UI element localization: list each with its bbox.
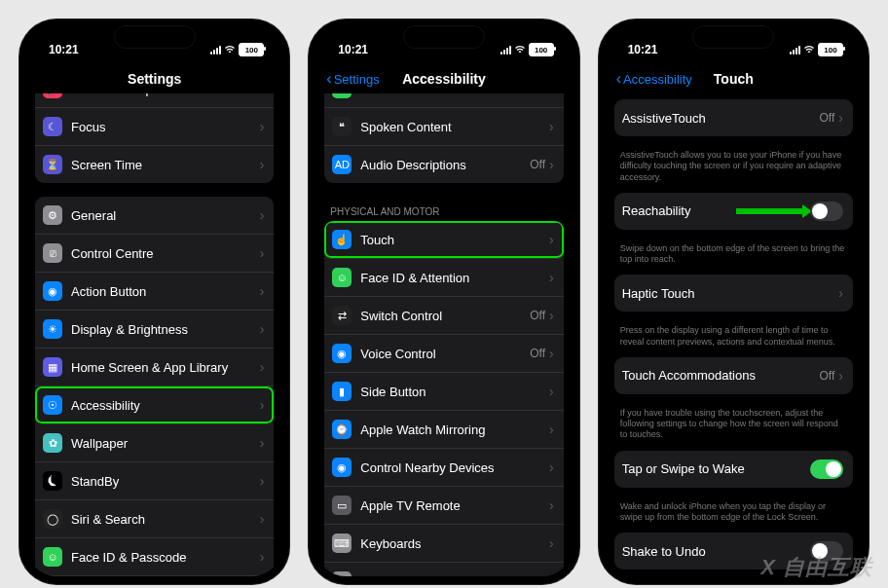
chevron-left-icon: ‹ <box>616 71 621 87</box>
watch-icon: ⌚ <box>332 420 352 439</box>
chevron-right-icon: › <box>838 368 843 384</box>
face-icon: ☺ <box>332 268 352 287</box>
faceid-icon: ☺ <box>43 547 62 567</box>
touch-row-shake-to-undo[interactable]: Shake to Undo <box>614 533 853 570</box>
accessibility-row-switch[interactable]: ⇄Switch ControlOff› <box>324 297 563 335</box>
accessibility-row-side[interactable]: ▮Side Button› <box>324 373 563 411</box>
accessibility-row-voice[interactable]: ◉Voice ControlOff› <box>324 335 563 373</box>
row-label: Shake to Undo <box>622 544 810 559</box>
touch-row-touch-accommodations[interactable]: Touch AccommodationsOff› <box>614 357 853 394</box>
row-label: Accessibility <box>71 398 260 413</box>
dynamic-island <box>114 25 196 49</box>
back-button[interactable]: ‹Settings <box>326 71 379 87</box>
section-footer: If you have trouble using the touchscree… <box>607 408 861 451</box>
tv-icon: ▭ <box>332 496 352 515</box>
row-label: Control Nearby Devices <box>360 460 549 475</box>
chevron-right-icon: › <box>260 435 265 451</box>
wifi-icon <box>224 44 236 55</box>
row-label: AssistiveTouch <box>622 111 820 126</box>
chevron-right-icon: › <box>838 285 843 301</box>
settings-row-faceid[interactable]: ☺Face ID & Passcode› <box>35 538 274 576</box>
chevron-right-icon: › <box>838 110 843 126</box>
accessibility-row-watch[interactable]: ⌚Apple Watch Mirroring› <box>324 411 563 449</box>
accessibility-row-airpods[interactable]: ◌AirPods› <box>324 563 563 576</box>
chevron-right-icon: › <box>549 384 554 399</box>
touch-row-assistivetouch[interactable]: AssistiveTouchOff› <box>614 99 853 136</box>
nav-bar: ‹Settings Accessibility <box>316 64 571 94</box>
touch-row-haptic-touch[interactable]: Haptic Touch› <box>614 275 853 312</box>
row-label: Switch Control <box>360 309 530 323</box>
settings-row-gear[interactable]: ⚙General› <box>35 197 274 235</box>
back-button[interactable]: ‹Accessibility <box>616 71 692 87</box>
section-footer: Swipe down on the bottom edge of the scr… <box>607 243 861 276</box>
settings-row-hourglass[interactable]: ⏳Screen Time› <box>35 146 274 183</box>
battery-icon: 100 <box>529 43 554 56</box>
touch-row-tap-to-wake[interactable]: Tap or Swipe to Wake <box>614 451 853 488</box>
row-value: Off <box>530 347 545 360</box>
chevron-right-icon: › <box>260 549 265 565</box>
settings-row-switches[interactable]: ⎚Control Centre› <box>35 235 274 273</box>
highlight-arrow <box>736 208 804 214</box>
chevron-right-icon: › <box>260 511 265 527</box>
page-title: Settings <box>128 71 181 87</box>
signal-icon <box>790 45 800 55</box>
page-title: Accessibility <box>402 71 486 87</box>
accessibility-row-speak[interactable]: ❝Spoken Content› <box>324 108 563 146</box>
row-label: Touch <box>360 233 549 247</box>
chevron-right-icon: › <box>549 270 554 285</box>
accessibility-row-nearby[interactable]: ◉Control Nearby Devices› <box>324 449 563 487</box>
accessibility-row-touch[interactable]: ☝Touch› <box>324 221 563 259</box>
switches-icon: ⎚ <box>43 243 62 263</box>
row-label: Sounds & Haptics <box>71 93 260 96</box>
section-header-physical: PHYSICAL AND MOTOR <box>316 197 571 221</box>
settings-row-sun[interactable]: ☀Display & Brightness› <box>35 311 274 349</box>
settings-row-sounds[interactable]: 🔈Sounds & Haptics› <box>35 93 274 108</box>
nav-bar: Settings <box>27 64 281 94</box>
toggle-switch[interactable] <box>810 541 843 561</box>
row-label: Home Screen & App Library <box>71 360 260 375</box>
status-time: 10:21 <box>338 43 368 56</box>
chevron-right-icon: › <box>260 245 265 261</box>
toggle-switch[interactable] <box>810 459 843 479</box>
keyboard-icon: ⌨ <box>332 533 352 553</box>
accessibility-row-tv[interactable]: ▭Apple TV Remote› <box>324 487 563 525</box>
chevron-right-icon: › <box>260 397 265 413</box>
side-icon: ▮ <box>332 382 352 401</box>
settings-row-siri[interactable]: ◯Siri & Search› <box>35 500 274 538</box>
settings-row-focus[interactable]: ☾Focus› <box>35 108 274 146</box>
accessibility-row-keyboard[interactable]: ⌨Keyboards› <box>324 525 563 563</box>
chevron-right-icon: › <box>260 207 265 223</box>
settings-row-grid[interactable]: ▦Home Screen & App Library› <box>35 349 274 386</box>
section-footer: Press on the display using a different l… <box>607 325 861 357</box>
nav-bar: ‹Accessibility Touch <box>607 64 861 94</box>
chevron-right-icon: › <box>549 459 554 475</box>
row-label: Side Button <box>360 385 549 399</box>
back-label: Accessibility <box>623 72 692 87</box>
row-value: Off <box>820 369 835 383</box>
accessibility-row-ad[interactable]: ADAudio DescriptionsOff› <box>324 146 563 183</box>
chevron-right-icon: › <box>549 497 554 513</box>
accessibility-row-face[interactable]: ☺Face ID & Attention› <box>324 259 563 297</box>
settings-row-access[interactable]: ☉Accessibility› <box>35 386 274 424</box>
toggle-switch[interactable] <box>810 202 843 221</box>
touch-row-reachability[interactable]: Reachability <box>614 193 853 230</box>
row-label: Keyboards <box>360 536 549 551</box>
ad-icon: AD <box>332 155 352 174</box>
nearby-icon: ◉ <box>332 458 352 477</box>
gear-icon: ⚙ <box>43 205 62 225</box>
row-label: Screen Time <box>71 158 260 172</box>
row-label: Control Centre <box>71 246 260 261</box>
sounds-icon: 🔈 <box>43 93 62 98</box>
row-value: Off <box>530 309 545 322</box>
chevron-right-icon: › <box>549 232 554 247</box>
accessibility-row-motion[interactable]: ☆Motion› <box>324 93 563 108</box>
battery-icon: 100 <box>239 43 264 56</box>
row-label: Audio Descriptions <box>360 158 530 172</box>
row-label: Voice Control <box>360 347 530 361</box>
settings-row-standby[interactable]: ⏾StandBy› <box>35 462 274 500</box>
settings-row-action[interactable]: ◉Action Button› <box>35 273 274 311</box>
settings-row-wall[interactable]: ✿Wallpaper› <box>35 424 274 462</box>
phone-frame-2: 10:21 100 ‹Settings Accessibility ☆Motio… <box>309 19 578 584</box>
chevron-right-icon: › <box>260 359 265 375</box>
chevron-right-icon: › <box>549 119 554 134</box>
